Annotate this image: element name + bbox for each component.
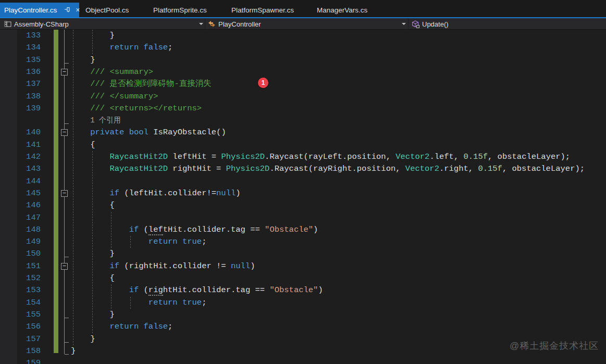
code-line-133[interactable]: } [71, 30, 115, 42]
line-number: 144 [17, 175, 41, 187]
code-line-148[interactable]: if (leftHit.collider.tag == "Obstacle") [71, 224, 318, 236]
scope-end-tick [65, 318, 69, 318]
line-number: 156 [17, 321, 41, 333]
code-line-158[interactable]: } [71, 345, 76, 357]
fold-collapse-box[interactable]: − [61, 69, 68, 76]
chevron-down-icon[interactable] [199, 23, 203, 25]
line-number: 134 [17, 42, 41, 54]
vs-editor-window: PlayController.cs × ObjectPool.csPlatfor… [0, 0, 606, 364]
scope-end-tick [65, 123, 69, 124]
code-line-146[interactable]: { [71, 199, 115, 211]
code-line-155[interactable]: } [71, 309, 115, 321]
code-line-137[interactable]: /// 是否检测到障碍物-直接消失 [71, 78, 212, 90]
fold-collapse-box[interactable]: − [61, 190, 68, 197]
line-number: 154 [17, 297, 41, 309]
line-number: 157 [17, 333, 41, 345]
method-icon [412, 20, 419, 28]
chevron-down-icon[interactable] [402, 23, 406, 25]
code-line-138[interactable]: /// </summary> [71, 91, 158, 103]
line-number: 133 [17, 30, 41, 42]
change-tracking-bar [54, 30, 58, 353]
code-line-154[interactable]: return true; [71, 297, 206, 309]
codelens-line[interactable]: 1 个引用 [71, 115, 121, 127]
code-line-142[interactable]: RaycastHit2D leftHit = Physics2D.Raycast… [71, 151, 570, 163]
code-line-143[interactable]: RaycastHit2D rightHit = Physics2D.Raycas… [71, 163, 585, 175]
scope-end-tick [65, 257, 69, 257]
tab-objectpool-cs[interactable]: ObjectPool.cs [79, 3, 135, 17]
annotation-badge: 1 [258, 78, 268, 88]
line-number: 135 [17, 54, 41, 66]
scope-end-tick [65, 342, 69, 343]
line-number: 139 [17, 103, 41, 115]
line-number: 147 [17, 212, 41, 224]
pin-icon[interactable] [64, 6, 70, 14]
project-dropdown[interactable]: Assembly-CSharp [4, 18, 69, 30]
code-line-150[interactable]: } [71, 248, 115, 260]
navigation-bar: Assembly-CSharp PlayController [0, 18, 606, 30]
member-dropdown[interactable]: Update() [412, 18, 449, 30]
line-number: 141 [17, 139, 41, 151]
breakpoint-margin[interactable] [0, 30, 17, 364]
project-dropdown-label: Assembly-CSharp [14, 20, 69, 28]
code-line-140[interactable]: private bool IsRayObstacle() [71, 127, 226, 139]
code-line-149[interactable]: return true; [71, 236, 206, 248]
tab-platformspawner-cs[interactable]: PlatformSpawner.cs [225, 3, 300, 17]
fold-collapse-box[interactable]: − [61, 129, 68, 136]
line-number: 137 [17, 78, 41, 90]
fold-collapse-box[interactable]: − [61, 263, 68, 270]
navbar-separator [205, 18, 205, 30]
line-number: 150 [17, 248, 41, 260]
type-dropdown-label: PlayController [218, 20, 261, 28]
line-number: 153 [17, 284, 41, 296]
code-line-134[interactable]: return false; [71, 42, 172, 54]
code-line-157[interactable]: } [71, 333, 95, 345]
line-number: 140 [17, 127, 41, 139]
member-dropdown-label: Update() [422, 20, 449, 28]
line-number: 152 [17, 272, 41, 284]
tab-playcontroller[interactable]: PlayController.cs × [0, 3, 79, 17]
scope-end-tick [65, 63, 69, 64]
code-line-156[interactable]: return false; [71, 321, 172, 333]
line-number: 148 [17, 224, 41, 236]
line-number: 149 [17, 236, 41, 248]
line-number: 158 [17, 345, 41, 357]
code-line-141[interactable]: { [71, 139, 95, 151]
code-line-136[interactable]: /// <summary> [71, 66, 153, 78]
code-line-152[interactable]: { [71, 272, 115, 284]
assembly-icon [4, 20, 11, 28]
code-line-153[interactable]: if (rightHit.collider.tag == "Obstacle") [71, 284, 323, 296]
code-editor[interactable]: −−−− } return false; } /// <summary> ///… [0, 30, 606, 364]
code-line-151[interactable]: if (rightHit.collider != null) [71, 260, 255, 272]
line-number: 151 [17, 260, 41, 272]
active-tab-label: PlayController.cs [4, 6, 57, 14]
class-icon [208, 20, 216, 28]
line-number: 142 [17, 151, 41, 163]
line-number: 143 [17, 163, 41, 175]
code-line-145[interactable]: if (leftHit.collider!=null) [71, 187, 241, 199]
navbar-separator [408, 18, 409, 30]
line-number: 145 [17, 187, 41, 199]
scope-end-tick [65, 354, 69, 355]
line-number: 155 [17, 309, 41, 321]
tab-managervars-cs[interactable]: ManagerVars.cs [311, 3, 374, 17]
type-dropdown[interactable]: PlayController [208, 18, 261, 30]
line-number: 146 [17, 199, 41, 211]
tab-platformsprite-cs[interactable]: PlatformSprite.cs [147, 3, 213, 17]
watermark: @稀土掘金技术社区 [510, 340, 599, 352]
code-line-139[interactable]: /// <returns></returns> [71, 103, 202, 115]
line-number: 138 [17, 91, 41, 103]
document-tab-strip: PlayController.cs × ObjectPool.csPlatfor… [0, 0, 606, 17]
line-number: 159 [17, 357, 41, 364]
line-number: 136 [17, 66, 41, 78]
code-line-135[interactable]: } [71, 54, 95, 66]
